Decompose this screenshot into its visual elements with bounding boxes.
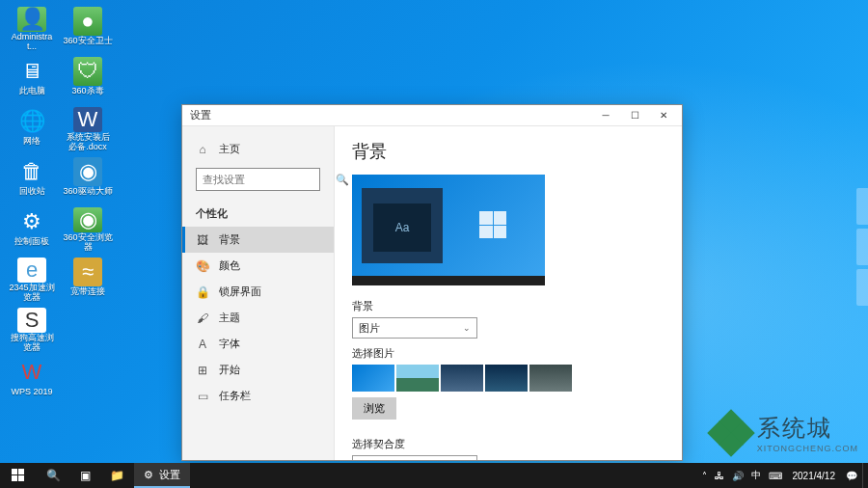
- fit-dropdown-label: 选择契合度: [352, 437, 665, 451]
- sidebar-item-4[interactable]: A字体: [182, 331, 334, 357]
- desktop-icon-label: 2345加速浏览器: [7, 284, 57, 303]
- bb-icon: ≈: [73, 258, 102, 286]
- sidebar-icon: 🖼: [196, 233, 209, 247]
- search-icon: 🔍: [46, 469, 61, 482]
- window-titlebar[interactable]: 设置 ─ ☐ ✕: [182, 105, 682, 126]
- browse-button[interactable]: 浏览: [352, 397, 396, 420]
- browser-icon: ◉: [73, 207, 102, 232]
- pc-icon: 🖥: [17, 57, 46, 86]
- search-container[interactable]: 🔍: [196, 168, 320, 191]
- settings-content: 背景 Aa 背景 图片 ⌄ 选择图片 浏览 选择契合度: [335, 126, 682, 460]
- watermark-diamond-icon: [711, 413, 751, 453]
- sidebar-item-label: 主题: [219, 311, 240, 325]
- desktop-icon-bb[interactable]: ≈宽带连接: [61, 256, 115, 304]
- desktop-icon-label: 360安全卫士: [63, 37, 112, 46]
- edge-widgets: [856, 188, 868, 310]
- sidebar-item-3[interactable]: 🖌主题: [182, 305, 334, 331]
- sidebar-icon: 🔒: [196, 285, 209, 299]
- sidebar-item-2[interactable]: 🔒锁屏界面: [182, 279, 334, 305]
- section-header: 个性化: [182, 201, 334, 227]
- desktop-icon-label: 360驱动大师: [63, 187, 112, 197]
- panel-icon: ⚙: [17, 207, 46, 236]
- thumbnail-3[interactable]: [441, 365, 483, 392]
- fit-dropdown[interactable]: 填充 ⌄: [352, 455, 477, 460]
- sidebar-item-label: 背景: [219, 232, 240, 247]
- search-button[interactable]: 🔍: [37, 463, 70, 488]
- desktop-icon-doc[interactable]: W系统安装后必备.docx: [61, 105, 115, 153]
- desktop-icon-label: Administrat...: [7, 33, 57, 52]
- taskbar-app-settings[interactable]: ⚙ 设置: [134, 463, 190, 488]
- desktop-icon-pc[interactable]: 🖥此电脑: [5, 55, 59, 103]
- desktop-icon-ie[interactable]: e2345加速浏览器: [5, 256, 59, 304]
- close-button[interactable]: ✕: [649, 105, 678, 125]
- wps-icon: W: [17, 358, 46, 387]
- tray-ime-indicator[interactable]: 中: [748, 469, 764, 482]
- background-dropdown-label: 背景: [352, 299, 665, 313]
- desktop-icon-label: 宽带连接: [70, 287, 105, 297]
- search-input[interactable]: [203, 174, 336, 185]
- desktop-icon-label: 360安全浏览器: [63, 233, 113, 253]
- picture-thumbnails: [352, 365, 665, 392]
- desktop-icon-user[interactable]: 👤Administrat...: [5, 5, 59, 53]
- desktop-icon-360[interactable]: ●360安全卫士: [61, 5, 115, 53]
- desktop-icon-label: 回收站: [19, 187, 45, 197]
- minimize-button[interactable]: ─: [591, 105, 620, 125]
- desktop-icon-shield[interactable]: 🛡360杀毒: [61, 55, 115, 103]
- thumbnail-5[interactable]: [529, 365, 572, 392]
- ie-icon: e: [17, 258, 46, 283]
- sidebar-item-0[interactable]: 🖼背景: [182, 227, 334, 253]
- recycle-icon: 🗑: [17, 157, 46, 186]
- home-icon: ⌂: [196, 143, 209, 156]
- watermark-text: 系统城: [757, 413, 858, 444]
- chevron-down-icon: ⌄: [463, 323, 471, 333]
- file-explorer-button[interactable]: 📁: [100, 463, 134, 488]
- task-view-button[interactable]: ▣: [70, 463, 100, 488]
- desktop-icon-label: 搜狗高速浏览器: [7, 334, 57, 353]
- tray-network-icon[interactable]: 🖧: [712, 471, 727, 481]
- home-nav[interactable]: ⌂ 主页: [182, 136, 334, 162]
- tray-keyboard-icon[interactable]: ⌨: [766, 471, 785, 481]
- desktop-icon-sogou[interactable]: S搜狗高速浏览器: [5, 306, 59, 354]
- thumbnail-1[interactable]: [352, 365, 394, 392]
- desktop-icon-label: WPS 2019: [11, 388, 52, 397]
- page-heading: 背景: [352, 140, 665, 163]
- preview-sample-text: Aa: [373, 203, 431, 252]
- show-desktop-button[interactable]: [862, 463, 866, 488]
- tray-chevron-icon[interactable]: ˄: [699, 471, 710, 481]
- doc-icon: W: [73, 107, 102, 132]
- folder-icon: 📁: [110, 469, 124, 482]
- home-label: 主页: [219, 142, 240, 156]
- sidebar-icon: ▭: [196, 390, 209, 403]
- thumbnail-2[interactable]: [396, 365, 439, 392]
- start-button[interactable]: [0, 463, 37, 488]
- sidebar-item-label: 颜色: [219, 258, 240, 273]
- sidebar-item-5[interactable]: ⊞开始: [182, 357, 334, 383]
- task-view-icon: ▣: [80, 469, 91, 482]
- tray-notifications-icon[interactable]: 💬: [843, 471, 860, 481]
- desktop-icon-label: 此电脑: [19, 87, 45, 96]
- background-type-dropdown[interactable]: 图片 ⌄: [352, 317, 477, 339]
- desktop-icon-browser[interactable]: ◉360安全浏览器: [61, 205, 115, 254]
- fit-value: 填充: [359, 459, 380, 461]
- sidebar-icon: ⊞: [196, 364, 209, 377]
- choose-picture-label: 选择图片: [352, 346, 665, 361]
- 360-icon: ●: [73, 7, 102, 36]
- tray-volume-icon[interactable]: 🔊: [729, 471, 746, 481]
- desktop-icon-recycle[interactable]: 🗑回收站: [5, 155, 59, 203]
- windows-logo-icon: [12, 469, 25, 482]
- sidebar-item-6[interactable]: ▭任务栏: [182, 383, 334, 409]
- thumbnail-4[interactable]: [485, 365, 528, 392]
- network-icon: 🌐: [17, 107, 46, 136]
- tray-clock[interactable]: 2021/4/12: [787, 471, 842, 481]
- sidebar-icon: A: [196, 338, 209, 351]
- maximize-button[interactable]: ☐: [620, 105, 649, 125]
- sidebar-item-label: 任务栏: [219, 389, 251, 403]
- desktop-icon-label: 网络: [23, 137, 41, 147]
- desktop-icon-panel[interactable]: ⚙控制面板: [5, 205, 59, 254]
- desktop-icon-network[interactable]: 🌐网络: [5, 105, 59, 153]
- settings-sidebar: ⌂ 主页 🔍 个性化 🖼背景🎨颜色🔒锁屏界面🖌主题A字体⊞开始▭任务栏: [182, 126, 335, 460]
- desktop-icon-wps[interactable]: WWPS 2019: [5, 356, 59, 404]
- sidebar-item-1[interactable]: 🎨颜色: [182, 253, 334, 279]
- svg-rect-3: [18, 475, 24, 481]
- desktop-icon-driver[interactable]: ◉360驱动大师: [61, 155, 115, 203]
